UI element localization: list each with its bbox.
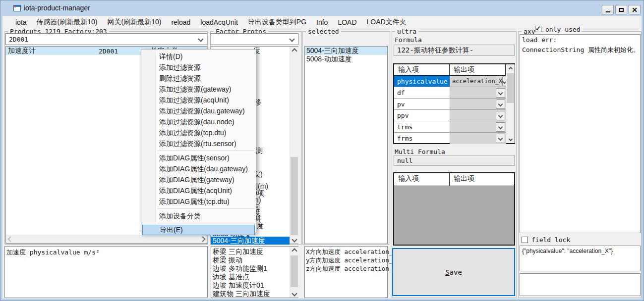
scrollbar-thumb[interactable] — [507, 73, 514, 103]
menu-item-add-filter-acqunit[interactable]: 添加过滤资源(acqUnit) — [141, 95, 256, 105]
window-title: iota-product-manager — [24, 4, 90, 12]
menu-item-load[interactable]: LOAD — [333, 17, 361, 27]
only-used-label: only used — [544, 26, 582, 33]
products-combobox-value: 2D001 — [9, 36, 28, 43]
scroll-left-icon[interactable] — [6, 235, 14, 243]
menu-item-add-diag-tcp-dtu[interactable]: 添加DIAG属性(tcp.dtu) — [141, 196, 256, 207]
chevron-down-icon[interactable] — [496, 88, 505, 98]
grid-cell-output-combo[interactable]: acceleration_X — [450, 76, 506, 87]
scroll-up-icon[interactable] — [290, 47, 298, 55]
selected-list[interactable] — [304, 46, 388, 244]
grid-row[interactable]: frms — [394, 133, 514, 144]
factor-list-vscrollbar[interactable] — [290, 47, 298, 244]
list-item[interactable]: 边坡 基准点 — [213, 273, 249, 282]
menu-separator — [157, 223, 254, 223]
factor-protos-combobox[interactable] — [211, 33, 298, 45]
menu-item-add-filter-resource[interactable]: 添加过滤资源 — [141, 62, 256, 73]
grid-row[interactable]: ppv — [394, 110, 514, 121]
field-lock-checkbox[interactable] — [522, 237, 528, 243]
grid-cell-input[interactable]: frms — [394, 133, 450, 144]
scroll-down-icon[interactable] — [506, 135, 515, 143]
menu-item-info[interactable]: Info — [311, 17, 333, 27]
product-code-cell[interactable]: 2D001 — [99, 48, 118, 55]
chevron-down-icon[interactable] — [496, 111, 505, 120]
grid-cell-output-combo[interactable] — [450, 99, 506, 109]
list-item[interactable]: 桥梁 三向加速度 — [213, 248, 263, 256]
formula-textbox[interactable]: 122-振动特征参数计算- — [394, 45, 515, 56]
scroll-right-icon[interactable] — [198, 235, 207, 243]
chevron-down-icon[interactable] — [195, 34, 207, 45]
list-item[interactable]: z方向加速度 acceleration_Z g — [306, 265, 404, 273]
products-hscrollbar[interactable] — [6, 235, 207, 243]
grid-row[interactable]: df — [394, 87, 514, 99]
menu-item-add-filter-dau-gateway[interactable]: 添加过滤资源(dau.gateway) — [141, 105, 256, 116]
grid-row[interactable]: trms — [394, 121, 514, 133]
chevron-down-icon[interactable] — [496, 134, 505, 143]
multi-formula-textbox[interactable]: null — [394, 155, 515, 166]
menu-item-add-filter-rtu-sensor[interactable]: 添加过滤资源(rtu.sensor) — [141, 138, 256, 149]
menu-item-add-filter-gateway[interactable]: 添加过滤资源(gateway) — [141, 84, 256, 95]
menu-item-sensors[interactable]: 传感器(刷新最新10) — [32, 17, 103, 28]
grid-cell-input[interactable]: physicalvalue — [394, 76, 450, 87]
grid-cell-input[interactable]: df — [394, 87, 450, 98]
grid-cell-output-combo[interactable] — [450, 110, 506, 121]
scroll-up-icon[interactable] — [506, 64, 515, 73]
list-item[interactable]: 边坡 加速度计01 — [213, 281, 264, 290]
grid-vscrollbar[interactable] — [506, 64, 515, 143]
grid-row[interactable]: physicalvalue acceleration_X — [394, 76, 514, 87]
menu-item-add-diag-dau-gateway[interactable]: 添加DIAG属性(dau.gateway) — [141, 163, 256, 174]
scrollbar-thumb[interactable] — [291, 255, 298, 287]
empty-textbox[interactable] — [520, 273, 641, 296]
grid-cell-input[interactable]: pv — [394, 99, 450, 109]
menu-item-reload[interactable]: reload — [166, 17, 195, 27]
grid-cell-input[interactable]: ppv — [394, 110, 450, 121]
list-item[interactable]: X方向加速度 acceleration_X g — [306, 248, 404, 256]
list-item-selected[interactable]: 5004-三向加速度 — [211, 237, 290, 245]
menu-item-loadacqunit[interactable]: loadAcqUnit — [195, 17, 243, 27]
scrollbar-thumb[interactable] — [291, 157, 298, 236]
menu-item-add-filter-tcp-dtu[interactable]: 添加过滤资源(tcp.dtu) — [141, 127, 256, 138]
menu-item-add-device-category[interactable]: 添加设备分类 — [141, 210, 256, 221]
list-item[interactable]: 边坡 多功能监测1 — [213, 264, 267, 273]
grid-cell-output-combo[interactable] — [450, 133, 506, 144]
grid-cell-input[interactable]: trms — [394, 121, 450, 132]
maximize-button[interactable] — [615, 5, 627, 14]
list-item-fragment[interactable]: 度 — [257, 222, 264, 231]
chevron-down-icon[interactable] — [496, 122, 505, 132]
mapping-grid: 输入项 输出项 physicalvalue acceleration_X df … — [393, 63, 515, 144]
selected-item-highlight[interactable]: 5004-三向加速度 — [305, 47, 387, 55]
menu-item-gateway[interactable]: 网关(刷新最新10) — [102, 17, 166, 28]
chevron-down-icon[interactable] — [286, 34, 298, 45]
menu-item-add-diag-acqunit[interactable]: 添加DIAG属性(acqUnit) — [141, 185, 256, 196]
grid-cell-output-combo[interactable] — [450, 121, 506, 132]
list-item[interactable]: 5008-动加速度 — [306, 55, 352, 64]
chevron-down-icon[interactable] — [496, 100, 505, 109]
minimize-button[interactable] — [602, 5, 614, 14]
scroll-down-icon[interactable] — [290, 235, 298, 244]
product-name-cell[interactable]: 加速度计 — [8, 47, 36, 55]
scroll-up-icon[interactable] — [290, 247, 298, 255]
scroll-down-icon[interactable] — [290, 289, 298, 298]
list-item[interactable]: y方向加速度 acceleration_Y g — [306, 256, 404, 265]
menu-item-add-filter-dau-node[interactable]: 添加过滤资源(dau.node) — [141, 116, 256, 127]
menu-item-details[interactable]: 详情(D) — [141, 51, 256, 62]
list-item[interactable]: 桥梁 振动 — [213, 256, 242, 265]
menu-item-delete-filter-resource[interactable]: 删除过滤资源 — [141, 73, 256, 84]
grid-cell-output-combo[interactable] — [450, 87, 506, 98]
save-button[interactable]: Save — [392, 248, 515, 296]
menu-item-iota[interactable]: iota — [10, 17, 32, 27]
title-bar[interactable]: iota-product-manager ✕ — [0, 0, 644, 16]
grid-row[interactable]: pv — [394, 99, 514, 110]
menu-item-export-pg[interactable]: 导出设备类型到PG — [243, 17, 311, 28]
json-textbox[interactable]: {"physicalvalue": "acceleration_X"} — [520, 246, 641, 271]
only-used-checkbox[interactable] — [535, 26, 541, 32]
menu-item-add-diag-sensor[interactable]: 添加DIAG属性(sensor) — [141, 152, 256, 163]
menu-item-export[interactable]: 导出(E) — [142, 225, 255, 235]
list-item[interactable]: 建筑物 三向加速度 — [213, 290, 270, 299]
close-button[interactable]: ✕ — [629, 5, 641, 14]
menu-item-add-diag-gateway[interactable]: 添加DIAG属性(gateway) — [141, 174, 256, 185]
products-combobox[interactable]: 2D001 — [5, 33, 207, 45]
log-textbox[interactable]: load err: ConnectionString 属性尚未初始化。 — [520, 34, 641, 233]
factor-bottom-vscrollbar[interactable] — [290, 247, 298, 298]
menu-item-load-folder[interactable]: LOAD文件夹 — [362, 17, 411, 28]
